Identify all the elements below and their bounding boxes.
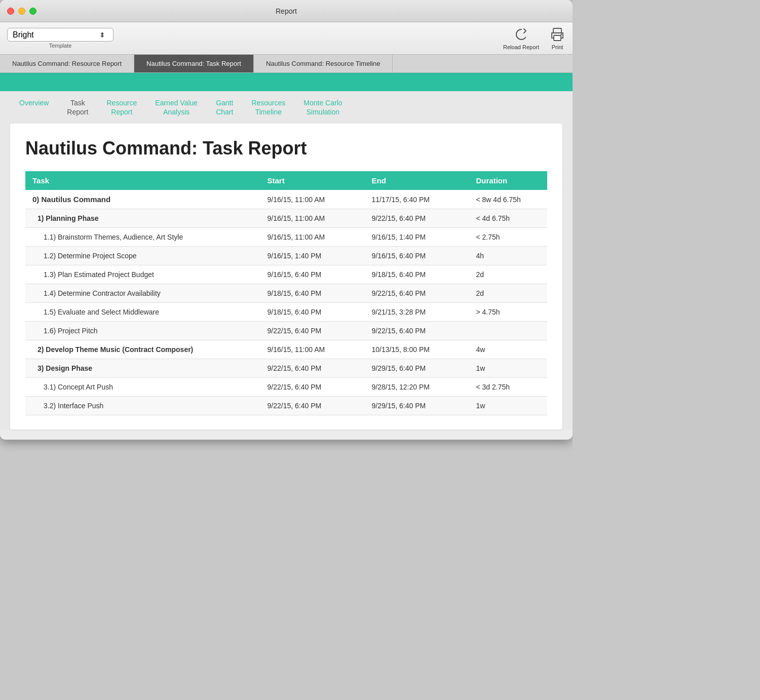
print-button[interactable]: Print: [549, 26, 565, 50]
cell-start: 9/18/15, 6:40 PM: [260, 284, 365, 303]
template-section: Bright ⬍ Template: [7, 28, 113, 49]
tabs-bar: Nautilus Command: Resource Report Nautil…: [0, 55, 573, 73]
cell-start: 9/22/15, 6:40 PM: [260, 397, 365, 415]
table-row: 1.6) Project Pitch9/22/15, 6:40 PM9/22/1…: [25, 322, 547, 340]
nav-gantt-chart[interactable]: GanttChart: [207, 98, 242, 116]
cell-start: 9/16/15, 11:00 AM: [260, 209, 365, 228]
cell-duration: < 8w 4d 6.75h: [469, 190, 548, 209]
table-row: 2) Develop Theme Music (Contract Compose…: [25, 340, 547, 359]
cell-end: 9/21/15, 3:28 PM: [365, 303, 469, 322]
table-row: 0) Nautilus Command9/16/15, 11:00 AM11/1…: [25, 190, 547, 209]
window-title: Report: [276, 7, 297, 15]
reload-button[interactable]: Reload Report: [503, 26, 539, 50]
col-header-end: End: [365, 171, 469, 190]
table-row: 1.4) Determine Contractor Availability9/…: [25, 284, 547, 303]
print-label: Print: [552, 44, 563, 50]
cell-duration: 2d: [469, 265, 548, 284]
cell-task: 1.6) Project Pitch: [25, 322, 260, 340]
nav-monte-carlo[interactable]: Monte CarloSimulation: [294, 98, 351, 116]
template-select-wrapper: Bright ⬍: [7, 28, 105, 42]
traffic-lights: [7, 8, 36, 15]
cell-start: 9/22/15, 6:40 PM: [260, 378, 365, 397]
toolbar: Bright ⬍ Template Reload Report: [0, 22, 573, 55]
cell-start: 9/16/15, 11:00 AM: [260, 340, 365, 359]
cell-start: 9/16/15, 6:40 PM: [260, 265, 365, 284]
maximize-button[interactable]: [29, 8, 36, 15]
green-header-bar: [0, 73, 573, 91]
reload-label: Reload Report: [503, 44, 539, 50]
svg-rect-0: [553, 28, 561, 33]
tab-task-report[interactable]: Nautilus Command: Task Report: [134, 55, 254, 72]
cell-start: 9/18/15, 6:40 PM: [260, 303, 365, 322]
table-row: 1.2) Determine Project Scope9/16/15, 1:4…: [25, 247, 547, 265]
cell-start: 9/16/15, 11:00 AM: [260, 190, 365, 209]
cell-task: 1.5) Evaluate and Select Middleware: [25, 303, 260, 322]
cell-end: 11/17/15, 6:40 PM: [365, 190, 469, 209]
cell-start: 9/22/15, 6:40 PM: [260, 359, 365, 378]
report-content: Nautilus Command: Task Report Task Start…: [10, 124, 562, 430]
reload-icon: [513, 26, 529, 43]
cell-task: 1.3) Plan Estimated Project Budget: [25, 265, 260, 284]
table-header: Task Start End Duration: [25, 171, 547, 190]
cell-task: 1) Planning Phase: [25, 209, 260, 228]
cell-end: 9/22/15, 6:40 PM: [365, 209, 469, 228]
cell-task: 1.1) Brainstorm Themes, Audience, Art St…: [25, 228, 260, 247]
nav-overview[interactable]: Overview: [10, 98, 58, 107]
table-body: 0) Nautilus Command9/16/15, 11:00 AM11/1…: [25, 190, 547, 415]
nav-earned-value[interactable]: Earned ValueAnalysis: [146, 98, 207, 116]
content-area: Overview TaskReport ResourceReport Earne…: [0, 73, 573, 430]
main-window: Report Bright ⬍ Template Reload Repor: [0, 0, 573, 440]
cell-end: 9/29/15, 6:40 PM: [365, 359, 469, 378]
table-row: 1.1) Brainstorm Themes, Audience, Art St…: [25, 228, 547, 247]
cell-end: 9/22/15, 6:40 PM: [365, 284, 469, 303]
cell-duration: 1w: [469, 397, 548, 415]
cell-duration: [469, 322, 548, 340]
task-table: Task Start End Duration 0) Nautilus Comm…: [25, 171, 547, 415]
toolbar-buttons: Reload Report Print: [503, 26, 565, 50]
cell-duration: 1w: [469, 359, 548, 378]
close-button[interactable]: [7, 8, 14, 15]
cell-end: 9/18/15, 6:40 PM: [365, 265, 469, 284]
cell-end: 9/28/15, 12:20 PM: [365, 378, 469, 397]
col-header-start: Start: [260, 171, 365, 190]
cell-end: 9/29/15, 6:40 PM: [365, 397, 469, 415]
nav-resources-timeline[interactable]: ResourcesTimeline: [242, 98, 294, 116]
cell-start: 9/16/15, 11:00 AM: [260, 228, 365, 247]
cell-task: 3.2) Interface Push: [25, 397, 260, 415]
table-row: 3.2) Interface Push9/22/15, 6:40 PM9/29/…: [25, 397, 547, 415]
svg-point-2: [561, 34, 562, 35]
table-row: 3) Design Phase9/22/15, 6:40 PM9/29/15, …: [25, 359, 547, 378]
cell-start: 9/22/15, 6:40 PM: [260, 322, 365, 340]
cell-task: 1.4) Determine Contractor Availability: [25, 284, 260, 303]
cell-start: 9/16/15, 1:40 PM: [260, 247, 365, 265]
col-header-duration: Duration: [469, 171, 548, 190]
cell-duration: 2d: [469, 284, 548, 303]
cell-end: 10/13/15, 8:00 PM: [365, 340, 469, 359]
table-row: 1) Planning Phase9/16/15, 11:00 AM9/22/1…: [25, 209, 547, 228]
col-header-task: Task: [25, 171, 260, 190]
minimize-button[interactable]: [18, 8, 25, 15]
table-row: 1.5) Evaluate and Select Middleware9/18/…: [25, 303, 547, 322]
cell-end: 9/16/15, 6:40 PM: [365, 247, 469, 265]
cell-duration: < 3d 2.75h: [469, 378, 548, 397]
report-nav: Overview TaskReport ResourceReport Earne…: [0, 91, 573, 124]
tab-resource-timeline[interactable]: Nautilus Command: Resource Timeline: [254, 55, 393, 72]
cell-task: 1.2) Determine Project Scope: [25, 247, 260, 265]
template-label: Template: [7, 43, 113, 49]
cell-duration: 4w: [469, 340, 548, 359]
template-select[interactable]: Bright: [7, 28, 113, 42]
table-row: 3.1) Concept Art Push9/22/15, 6:40 PM9/2…: [25, 378, 547, 397]
cell-task: 2) Develop Theme Music (Contract Compose…: [25, 340, 260, 359]
nav-resource-report[interactable]: ResourceReport: [97, 98, 146, 116]
nav-task-report[interactable]: TaskReport: [58, 98, 97, 116]
tab-resource-report[interactable]: Nautilus Command: Resource Report: [0, 55, 134, 72]
table-row: 1.3) Plan Estimated Project Budget9/16/1…: [25, 265, 547, 284]
cell-end: 9/16/15, 1:40 PM: [365, 228, 469, 247]
cell-duration: < 4d 6.75h: [469, 209, 548, 228]
cell-task: 3.1) Concept Art Push: [25, 378, 260, 397]
cell-task: 3) Design Phase: [25, 359, 260, 378]
cell-end: 9/22/15, 6:40 PM: [365, 322, 469, 340]
report-title: Nautilus Command: Task Report: [25, 138, 547, 159]
print-icon: [549, 26, 565, 43]
cell-duration: 4h: [469, 247, 548, 265]
